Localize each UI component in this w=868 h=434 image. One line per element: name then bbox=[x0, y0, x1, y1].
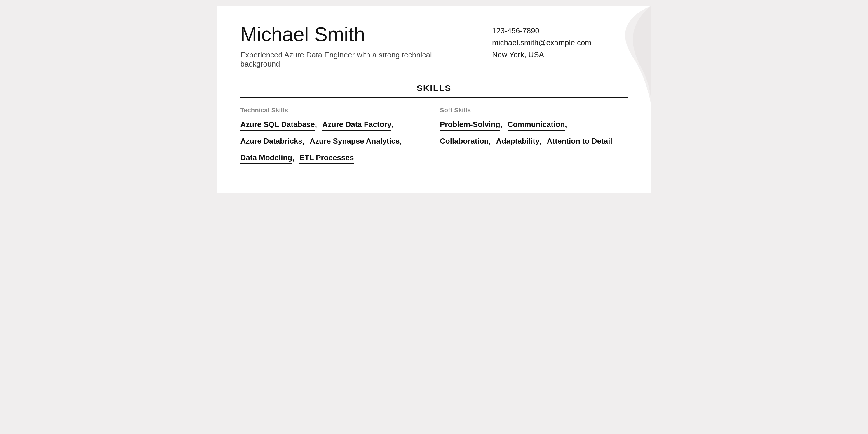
skill-underline-azure-data-factory bbox=[322, 130, 392, 131]
skill-item-problem-solving: Problem-Solving , bbox=[440, 120, 502, 131]
skill-item-azure-sql: Azure SQL Database , bbox=[241, 120, 317, 131]
skill-item-azure-synapse: Azure Synapse Analytics , bbox=[310, 136, 402, 147]
skill-underline-data-modeling bbox=[241, 163, 292, 164]
skill-underline-etl bbox=[300, 163, 354, 164]
skill-text-etl: ETL Processes bbox=[300, 153, 354, 162]
resume-card: Michael Smith Experienced Azure Data Eng… bbox=[217, 6, 651, 193]
skills-section-title: SKILLS bbox=[241, 83, 628, 93]
skills-divider bbox=[241, 97, 628, 98]
skill-item-etl: ETL Processes bbox=[300, 153, 354, 164]
contact-phone: 123-456-7890 bbox=[492, 26, 627, 35]
skill-item-azure-databricks: Azure Databricks , bbox=[241, 136, 305, 147]
skill-text-communication: Communication bbox=[507, 120, 565, 129]
technical-skills-title: Technical Skills bbox=[241, 106, 429, 114]
skill-item-adaptability: Adaptability , bbox=[496, 136, 542, 147]
page-wrapper: 1 of 1 Michael Smith Experienced Azure D… bbox=[217, 6, 651, 193]
skill-underline-collaboration bbox=[440, 147, 489, 147]
contact-info-block: 123-456-7890 michael.smith@example.com N… bbox=[492, 23, 627, 62]
skill-item-data-modeling: Data Modeling , bbox=[241, 153, 294, 164]
skill-text-collaboration: Collaboration bbox=[440, 136, 489, 146]
skill-underline-azure-synapse bbox=[310, 147, 400, 147]
skill-underline-communication bbox=[507, 130, 565, 131]
skill-text-problem-solving: Problem-Solving bbox=[440, 120, 500, 129]
skill-underline-azure-databricks bbox=[241, 147, 302, 147]
contact-email: michael.smith@example.com bbox=[492, 38, 627, 47]
skill-item-azure-data-factory: Azure Data Factory , bbox=[322, 120, 394, 131]
name-tagline-block: Michael Smith Experienced Azure Data Eng… bbox=[241, 23, 473, 69]
skill-item-attention-to-detail: Attention to Detail bbox=[547, 136, 612, 147]
skill-underline-adaptability bbox=[496, 147, 540, 147]
soft-skills-title: Soft Skills bbox=[440, 106, 628, 114]
header-section: Michael Smith Experienced Azure Data Eng… bbox=[241, 23, 628, 69]
skill-text-attention-to-detail: Attention to Detail bbox=[547, 136, 612, 146]
soft-skills-column: Soft Skills Problem-Solving , Communicat bbox=[440, 106, 628, 170]
candidate-tagline: Experienced Azure Data Engineer with a s… bbox=[241, 51, 473, 69]
technical-skills-list: Azure SQL Database , Azure Data Factory … bbox=[241, 120, 429, 170]
skill-text-azure-synapse: Azure Synapse Analytics bbox=[310, 136, 400, 146]
skill-text-azure-databricks: Azure Databricks bbox=[241, 136, 302, 146]
skill-text-data-modeling: Data Modeling bbox=[241, 153, 292, 162]
skill-underline-attention-to-detail bbox=[547, 147, 612, 147]
skill-item-collaboration: Collaboration , bbox=[440, 136, 491, 147]
skill-text-azure-sql: Azure SQL Database bbox=[241, 120, 315, 129]
skills-section: SKILLS Technical Skills Azure SQL Databa… bbox=[241, 83, 628, 170]
skill-underline-azure-sql bbox=[241, 130, 315, 131]
candidate-name: Michael Smith bbox=[241, 23, 473, 45]
skill-underline-problem-solving bbox=[440, 130, 500, 131]
skill-item-communication: Communication , bbox=[507, 120, 567, 131]
skill-text-azure-data-factory: Azure Data Factory bbox=[322, 120, 392, 129]
skills-columns: Technical Skills Azure SQL Database , Az bbox=[241, 106, 628, 170]
soft-skills-list: Problem-Solving , Communication , bbox=[440, 120, 628, 153]
contact-location: New York, USA bbox=[492, 50, 627, 59]
technical-skills-column: Technical Skills Azure SQL Database , Az bbox=[241, 106, 429, 170]
skill-text-adaptability: Adaptability bbox=[496, 136, 540, 146]
